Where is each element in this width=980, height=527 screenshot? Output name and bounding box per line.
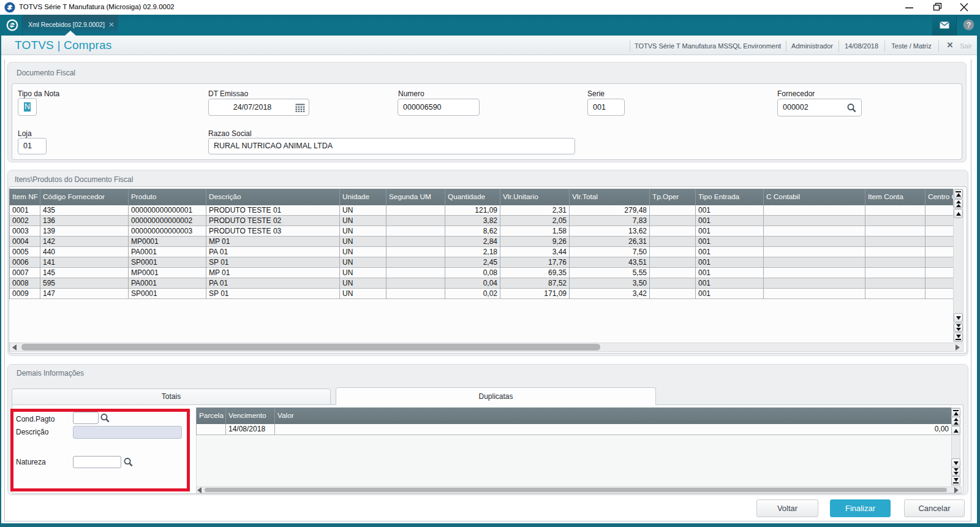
grid-cell[interactable]: 1,58 [500,226,570,237]
grid-cell[interactable] [386,237,445,247]
grid-cell[interactable]: 0,00 [275,424,952,435]
grid-row[interactable]: 0007145MP0001MP 01UN0,0869,355,55001 [10,268,953,278]
grid-row[interactable]: 0005440PA0001PA 01UN2,183,447,50001 [10,247,953,257]
tab-close-icon[interactable]: × [107,15,116,36]
itens-hscroll-thumb[interactable] [21,344,600,351]
dt-emissao-input[interactable]: 24/07/2018 [208,99,309,116]
search-icon[interactable] [123,457,134,468]
grid-row[interactable]: 0002136000000000000002PRODUTO TESTE 02UN… [10,216,953,226]
grid-cell[interactable]: 145 [40,268,129,278]
cancelar-button[interactable]: Cancelar [904,499,965,517]
grid-cell[interactable]: 435 [40,205,129,216]
mail-button[interactable] [932,15,957,36]
grid-cell[interactable] [386,205,445,216]
grid-cell[interactable]: 2,31 [500,205,570,216]
tab-totais[interactable]: Totais [12,389,331,405]
grid-cell[interactable]: 0002 [10,216,40,226]
grid-cell[interactable] [386,278,445,289]
grid-row[interactable]: 14/08/20180,00 [197,424,951,434]
grid-cell[interactable]: 0005 [10,247,40,257]
grid-cell[interactable]: 595 [40,278,129,289]
grid-cell[interactable]: UN [340,278,386,289]
grid-cell[interactable]: MP0001 [129,237,206,247]
scroll-down-button[interactable] [954,313,963,322]
grid-cell[interactable]: 142 [40,237,129,247]
grid-cell[interactable] [650,278,696,289]
grid-cell[interactable] [650,289,696,299]
scroll-up-button[interactable] [951,426,960,435]
grid-cell[interactable] [865,268,925,278]
grid-cell[interactable]: UN [340,226,386,237]
grid-cell[interactable] [764,216,865,226]
scroll-last-button[interactable] [951,476,960,485]
grid-row[interactable]: 0001435000000000000001PRODUTO TESTE 01UN… [10,205,953,216]
grid-cell[interactable]: 2,45 [445,257,500,268]
minimize-button[interactable] [900,0,918,15]
grid-cell[interactable]: 001 [696,268,764,278]
razao-social-input[interactable]: RURAL NUTRICAO ANIMAL LTDA [208,138,575,154]
grid-cell[interactable]: 0,04 [445,278,500,289]
grid-cell[interactable]: 8,62 [445,226,500,237]
grid-cell[interactable] [764,237,865,247]
grid-cell[interactable]: 001 [696,216,764,226]
grid-cell[interactable]: 7,50 [570,247,650,257]
grid-row[interactable]: 0004142MP0001MP 01UN2,849,2626,31001 [10,237,953,247]
grid-cell[interactable]: 2,18 [445,247,500,257]
grid-cell[interactable] [865,289,925,299]
grid-cell[interactable] [386,257,445,268]
grid-cell[interactable]: 7,83 [570,216,650,226]
grid-cell[interactable] [925,247,954,257]
grid-cell[interactable] [650,216,696,226]
scroll-right-button[interactable] [954,487,959,493]
grid-cell[interactable]: UN [340,237,386,247]
grid-cell[interactable]: 87,52 [500,278,570,289]
grid-cell[interactable] [764,268,865,278]
grid-cell[interactable] [386,268,445,278]
grid-cell[interactable]: 3,42 [570,289,650,299]
duplicatas-hscroll-thumb[interactable] [205,488,947,492]
grid-cell[interactable] [386,289,445,299]
grid-cell[interactable]: 2,05 [500,216,570,226]
grid-cell[interactable]: 69,35 [500,268,570,278]
grid-cell[interactable]: SP 01 [206,289,340,299]
grid-cell[interactable] [865,226,925,237]
restore-button[interactable] [927,0,945,15]
grid-cell[interactable]: 136 [40,216,129,226]
grid-cell[interactable]: SP0001 [129,289,206,299]
grid-cell[interactable]: UN [340,247,386,257]
cond-pagto-input[interactable] [73,412,99,424]
exit-x-icon[interactable]: ✕ [945,41,955,50]
tab-duplicatas[interactable]: Duplicatas [336,387,656,405]
scroll-pageup-button[interactable] [954,199,963,208]
grid-cell[interactable] [764,205,865,216]
grid-cell[interactable]: UN [340,268,386,278]
grid-cell[interactable]: 001 [696,278,764,289]
grid-cell[interactable] [925,289,954,299]
fornecedor-input[interactable]: 000002 [777,99,862,116]
grid-cell[interactable]: PA 01 [206,247,340,257]
grid-cell[interactable] [650,247,696,257]
scroll-left-button[interactable] [197,487,202,493]
scroll-up-button[interactable] [954,209,963,218]
scroll-pagedown-button[interactable] [954,323,963,332]
grid-cell[interactable]: SP 01 [206,257,340,268]
grid-cell[interactable]: 001 [696,237,764,247]
grid-row[interactable]: 0008595PA0001PA 01UN0,0487,523,50001 [10,278,953,289]
grid-cell[interactable] [650,268,696,278]
scroll-first-button[interactable] [951,408,960,417]
grid-cell[interactable] [764,257,865,268]
search-icon[interactable] [846,103,857,113]
grid-cell[interactable]: MP 01 [206,268,340,278]
grid-cell[interactable]: 001 [696,247,764,257]
grid-cell[interactable] [764,289,865,299]
grid-row[interactable]: 0009147SP0001SP 01UN0,02171,093,42001 [10,289,953,299]
grid-cell[interactable] [865,237,925,247]
grid-cell[interactable]: 0001 [10,205,40,216]
grid-cell[interactable]: PRODUTO TESTE 01 [206,205,340,216]
grid-cell[interactable]: 3,44 [500,247,570,257]
grid-cell[interactable]: MP 01 [206,237,340,247]
grid-cell[interactable]: 001 [696,257,764,268]
grid-cell[interactable] [865,257,925,268]
scroll-left-button[interactable] [12,344,17,351]
grid-cell[interactable]: 2,84 [445,237,500,247]
